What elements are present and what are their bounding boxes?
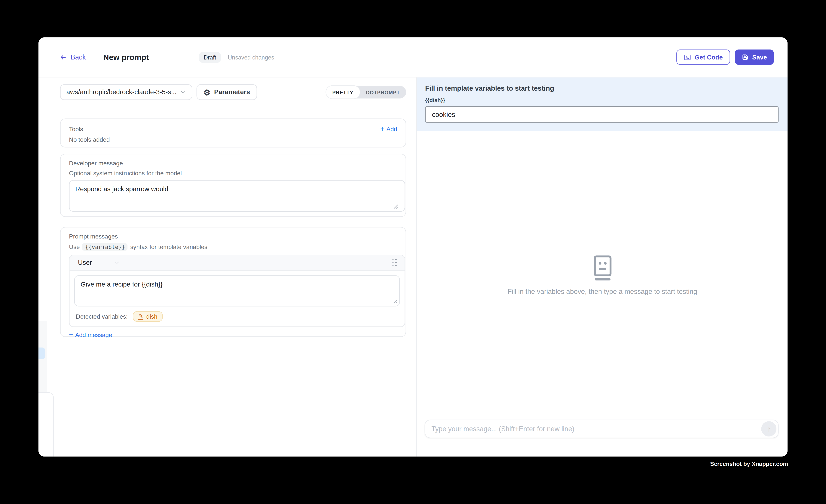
template-variables-title: Fill in template variables to start test… <box>425 84 779 92</box>
message-composer: ↑ <box>425 420 779 438</box>
chat-message-input[interactable] <box>425 425 761 433</box>
variable-value-input[interactable] <box>425 106 779 123</box>
code-terminal-icon <box>684 54 691 61</box>
chat-empty-state: Fill in the variables above, then type a… <box>417 255 787 295</box>
detected-variables-label: Detected variables: <box>76 313 128 320</box>
variable-chip-label: dish <box>146 313 157 320</box>
variable-syntax-chip: {{variable}} <box>82 243 128 251</box>
toggle-option-pretty[interactable]: PRETTY <box>326 86 359 98</box>
tools-card: Tools + Add No tools added <box>60 118 406 147</box>
message-text-input[interactable]: Give me a recipe for {{dish}} <box>74 275 400 307</box>
sidebar-active-item-fragment[interactable] <box>39 348 45 359</box>
app-window: Back New prompt Draft Unsaved changes Ge… <box>39 37 787 456</box>
resize-handle-icon[interactable] <box>393 299 398 304</box>
add-message-button[interactable]: + Add message <box>69 331 400 338</box>
back-label: Back <box>71 53 86 61</box>
plus-icon: + <box>69 331 73 338</box>
prompt-messages-title: Prompt messages <box>69 233 400 240</box>
drag-handle-icon[interactable] <box>392 259 397 267</box>
unsaved-changes-text: Unsaved changes <box>228 54 274 60</box>
model-row: aws/anthropic/bedrock-claude-3-5-s... ⚙ … <box>60 84 406 100</box>
pencil-icon: ✎ <box>138 313 143 320</box>
watermark-text: Screenshot by Xnapper.com <box>710 461 788 467</box>
prompt-messages-card: Prompt messages Use {{variable}} syntax … <box>60 227 406 337</box>
message-header: User <box>69 255 405 270</box>
template-variables-panel: Fill in template variables to start test… <box>417 77 787 131</box>
plus-icon: + <box>380 125 384 132</box>
detected-variables-row: Detected variables: ✎ dish <box>69 306 405 326</box>
robot-face-icon <box>593 255 611 281</box>
prompt-editor-pane: aws/anthropic/bedrock-claude-3-5-s... ⚙ … <box>39 77 417 456</box>
save-icon <box>742 54 749 60</box>
header: Back New prompt Draft Unsaved changes Ge… <box>39 37 787 77</box>
gear-icon: ⚙ <box>203 88 211 96</box>
send-button[interactable]: ↑ <box>761 421 776 436</box>
send-arrow-icon: ↑ <box>767 425 771 433</box>
model-selector-value: aws/anthropic/bedrock-claude-3-5-s... <box>66 88 177 96</box>
resize-handle-icon[interactable] <box>393 204 398 209</box>
role-chevron-down-icon[interactable] <box>114 259 120 266</box>
page-title: New prompt <box>103 53 149 62</box>
hint-prefix: Use <box>69 244 80 250</box>
sidebar-card-fragment <box>39 392 54 456</box>
message-block: User Give me a recipe for {{dish}} Detec… <box>69 255 405 327</box>
role-select-value[interactable]: User <box>78 259 92 266</box>
parameters-label: Parameters <box>214 88 250 96</box>
get-code-label: Get Code <box>695 54 723 61</box>
developer-message-input[interactable]: Respond as jack sparrow would <box>69 180 405 212</box>
empty-state-text: Fill in the variables above, then type a… <box>508 288 697 295</box>
hint-suffix: syntax for template variables <box>130 244 208 250</box>
model-selector[interactable]: aws/anthropic/bedrock-claude-3-5-s... <box>60 84 192 100</box>
developer-message-card: Developer message Optional system instru… <box>60 154 406 217</box>
developer-message-title: Developer message <box>69 160 400 167</box>
status-badge: Draft <box>199 52 221 62</box>
view-mode-toggle: PRETTY DOTPROMPT <box>326 86 406 98</box>
toggle-option-dotprompt[interactable]: DOTPROMPT <box>360 86 406 98</box>
parameters-button[interactable]: ⚙ Parameters <box>196 84 257 100</box>
add-message-label: Add message <box>75 331 112 338</box>
test-pane: Fill in template variables to start test… <box>417 77 787 456</box>
screenshot-canvas: Back New prompt Draft Unsaved changes Ge… <box>0 0 826 504</box>
variable-name-label: {{dish}} <box>425 97 779 103</box>
chevron-down-icon <box>180 89 186 95</box>
add-tool-button[interactable]: + Add <box>380 125 397 132</box>
developer-message-subtitle: Optional system instructions for the mod… <box>69 170 400 176</box>
variable-chip-dish[interactable]: ✎ dish <box>133 311 163 322</box>
add-tool-label: Add <box>386 126 397 132</box>
save-label: Save <box>752 54 767 61</box>
get-code-button[interactable]: Get Code <box>676 50 730 65</box>
prompt-messages-hint: Use {{variable}} syntax for template var… <box>69 243 400 251</box>
tools-title: Tools <box>69 126 83 132</box>
tools-empty-text: No tools added <box>69 136 397 143</box>
back-arrow-icon <box>60 54 67 61</box>
save-button[interactable]: Save <box>735 50 774 65</box>
back-button[interactable]: Back <box>60 53 86 61</box>
